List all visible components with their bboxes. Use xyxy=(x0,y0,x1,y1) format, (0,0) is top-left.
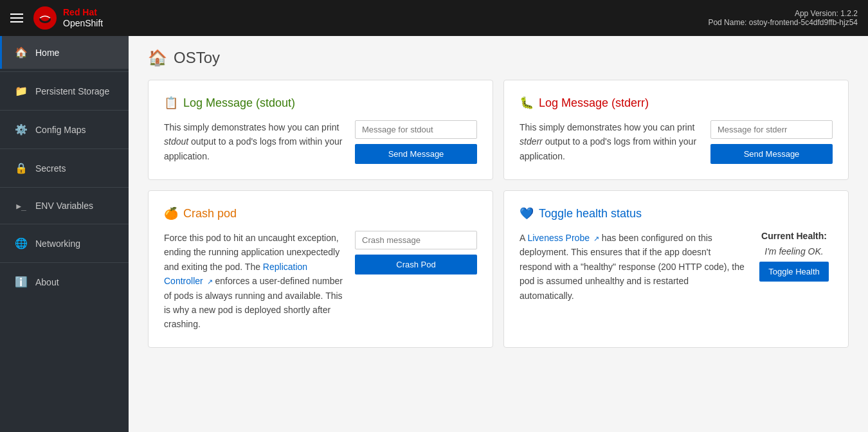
topnav: Red Hat OpenShift App Version: 1.2.2 Pod… xyxy=(0,0,868,36)
sidebar-divider-1 xyxy=(0,71,129,72)
card-stderr-title: 🐛 Log Message (stderr) xyxy=(520,96,833,110)
sidebar-item-config-maps[interactable]: ⚙️ Config Maps xyxy=(0,113,129,146)
health-description: A Liveness Probe ↗ has been configured o… xyxy=(520,231,745,303)
hamburger-menu[interactable] xyxy=(10,14,23,22)
crash-controls: Crash Pod xyxy=(355,231,477,274)
stdout-message-input[interactable] xyxy=(355,120,477,139)
layout: 🏠 Home 📁 Persistent Storage ⚙️ Config Ma… xyxy=(0,36,868,432)
stderr-desc-italic: stderr xyxy=(520,136,543,147)
card-stderr-body: This simply demonstrates how you can pri… xyxy=(520,120,833,164)
info-icon: ℹ️ xyxy=(15,276,28,288)
liveness-ext-icon: ↗ xyxy=(593,235,599,242)
config-icon: ⚙️ xyxy=(15,123,28,136)
health-status-value: I'm feeling OK. xyxy=(764,246,823,256)
page-title-icon: 🏠 xyxy=(148,49,167,67)
card-crash-title: 🍊 Crash pod xyxy=(164,206,477,221)
brand: Red Hat OpenShift xyxy=(33,6,103,30)
app-version-label: App Version: xyxy=(795,9,838,18)
card-stdout-title: 📋 Log Message (stdout) xyxy=(164,96,477,110)
external-link-icon: ↗ xyxy=(207,278,213,285)
sidebar-item-networking[interactable]: 🌐 Networking xyxy=(0,227,129,260)
stderr-desc-1: This simply demonstrates how you can pri… xyxy=(520,122,694,132)
liveness-probe-link[interactable]: Liveness Probe ↗ xyxy=(527,233,599,243)
sidebar-label-home: Home xyxy=(35,48,59,58)
brand-redhat: Red Hat xyxy=(63,7,103,18)
crash-message-input[interactable] xyxy=(355,231,477,249)
sidebar-divider-6 xyxy=(0,262,129,263)
sidebar-label-env-variables: ENV Variables xyxy=(35,201,93,211)
stdout-title-icon: 📋 xyxy=(164,96,178,110)
stderr-description: This simply demonstrates how you can pri… xyxy=(520,120,700,163)
sidebar-divider-2 xyxy=(0,110,129,111)
brand-text: Red Hat OpenShift xyxy=(63,7,103,29)
stderr-title-text: Log Message (stderr) xyxy=(539,96,649,110)
network-icon: 🌐 xyxy=(15,237,28,249)
redhat-logo xyxy=(33,6,57,30)
sidebar-item-about[interactable]: ℹ️ About xyxy=(0,266,129,298)
sidebar-item-home[interactable]: 🏠 Home xyxy=(0,36,129,69)
card-stdout-body: This simply demonstrates how you can pri… xyxy=(164,120,477,164)
lock-icon: 🔒 xyxy=(15,162,28,174)
storage-icon: 📁 xyxy=(15,85,28,97)
health-title-icon: 💙 xyxy=(520,206,534,221)
stderr-send-button[interactable]: Send Message xyxy=(710,144,833,164)
stderr-title-icon: 🐛 xyxy=(520,96,534,110)
crash-desc-1: Force this pod to hit an uncaught except… xyxy=(164,233,339,272)
card-crash-pod: 🍊 Crash pod Force this pod to hit an unc… xyxy=(148,190,493,348)
sidebar-label-networking: Networking xyxy=(35,239,80,249)
pod-name-label: Pod Name: xyxy=(708,18,746,27)
stdout-desc-2: output to a pod's logs from within your … xyxy=(164,136,342,161)
current-health-label: Current Health: xyxy=(761,231,827,241)
sidebar-item-secrets[interactable]: 🔒 Secrets xyxy=(0,152,129,184)
health-controls: Current Health: I'm feeling OK. Toggle H… xyxy=(755,231,833,303)
pod-name-value: ostoy-frontend-5c4dfd9ffb-hjz54 xyxy=(749,18,858,27)
topnav-left: Red Hat OpenShift xyxy=(10,6,103,30)
sidebar-label-config-maps: Config Maps xyxy=(35,125,86,135)
sidebar-item-persistent-storage[interactable]: 📁 Persistent Storage xyxy=(0,75,129,107)
sidebar: 🏠 Home 📁 Persistent Storage ⚙️ Config Ma… xyxy=(0,36,129,432)
stdout-desc-1: This simply demonstrates how you can pri… xyxy=(164,122,339,132)
terminal-icon: ▶_ xyxy=(15,201,28,211)
sidebar-divider-3 xyxy=(0,148,129,149)
cards-grid: 📋 Log Message (stdout) This simply demon… xyxy=(148,80,849,348)
crash-title-icon: 🍊 xyxy=(164,206,178,221)
stdout-description: This simply demonstrates how you can pri… xyxy=(164,120,345,163)
sidebar-divider-4 xyxy=(0,187,129,188)
stdout-send-button[interactable]: Send Message xyxy=(355,144,477,164)
app-version-number: 1.2.2 xyxy=(840,9,858,18)
stdout-controls: Send Message xyxy=(355,120,477,164)
sidebar-label-about: About xyxy=(35,277,59,287)
main-content: 🏠 OSToy 📋 Log Message (stdout) This simp… xyxy=(129,36,868,432)
brand-openshift: OpenShift xyxy=(63,18,103,29)
health-title-text: Toggle health status xyxy=(539,207,642,221)
card-crash-body: Force this pod to hit an uncaught except… xyxy=(164,231,477,332)
sidebar-label-secrets: Secrets xyxy=(35,163,66,174)
card-health-body: A Liveness Probe ↗ has been configured o… xyxy=(520,231,833,303)
sidebar-divider-5 xyxy=(0,224,129,224)
stderr-message-input[interactable] xyxy=(710,120,833,139)
card-toggle-health: 💙 Toggle health status A Liveness Probe … xyxy=(503,190,849,348)
page-title-text: OSToy xyxy=(174,49,220,67)
crash-description: Force this pod to hit an uncaught except… xyxy=(164,231,345,332)
health-desc-1: A xyxy=(520,233,527,243)
page-title: 🏠 OSToy xyxy=(148,49,849,67)
crash-pod-button[interactable]: Crash Pod xyxy=(355,255,477,274)
home-icon: 🏠 xyxy=(15,46,28,59)
stdout-desc-italic: stdout xyxy=(164,136,188,147)
card-health-title: 💙 Toggle health status xyxy=(520,206,833,221)
app-version-info: App Version: 1.2.2 Pod Name: ostoy-front… xyxy=(708,9,858,27)
sidebar-item-env-variables[interactable]: ▶_ ENV Variables xyxy=(0,190,129,221)
stderr-desc-2: output to a pod's logs from within your … xyxy=(520,136,696,161)
sidebar-label-persistent-storage: Persistent Storage xyxy=(35,86,109,96)
crash-title-text: Crash pod xyxy=(183,207,237,221)
card-log-stderr: 🐛 Log Message (stderr) This simply demon… xyxy=(503,80,849,180)
toggle-health-button[interactable]: Toggle Health xyxy=(759,262,829,282)
card-log-stdout: 📋 Log Message (stdout) This simply demon… xyxy=(148,80,493,180)
stderr-controls: Send Message xyxy=(710,120,833,164)
stdout-title-text: Log Message (stdout) xyxy=(183,96,295,110)
